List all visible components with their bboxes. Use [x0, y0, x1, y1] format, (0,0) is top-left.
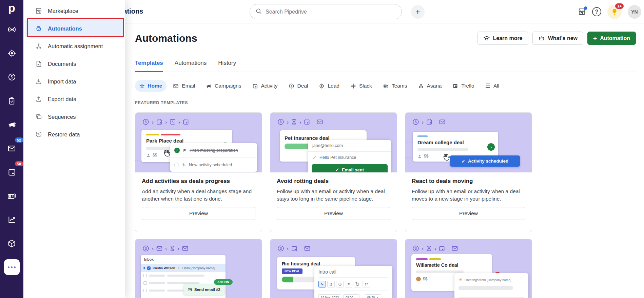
- flyout-item-label: Sequences: [48, 114, 76, 120]
- compose-subject-row: ☀ Greetings from [Company name]: [458, 277, 524, 282]
- template-thumbnail[interactable]: $ › Dream college deal: [405, 113, 532, 172]
- flyout-item-restore-data[interactable]: Restore data: [25, 126, 123, 143]
- new-automation-button[interactable]: + Automation: [587, 32, 636, 45]
- calendar-icon: [304, 118, 310, 125]
- activities-count-badge: 58: [15, 161, 23, 166]
- section-label: FEATURED TEMPLATES: [135, 100, 636, 105]
- broadcast-icon: [7, 25, 16, 34]
- filter-teams[interactable]: T Teams: [378, 80, 412, 92]
- calendar-icon: [438, 245, 445, 252]
- todo-circle-icon: [174, 163, 179, 167]
- sidebar-item-projects[interactable]: [4, 93, 20, 109]
- tab-history[interactable]: History: [218, 60, 236, 72]
- flyout-item-label: Automations: [48, 25, 82, 32]
- sidebar-item-mail[interactable]: 52: [4, 141, 20, 156]
- sidebar-item-campaigns[interactable]: [4, 117, 20, 132]
- search-icon: [255, 8, 262, 16]
- lunch-activity-icon: [363, 281, 370, 287]
- topbar-marketplace-button[interactable]: [578, 7, 586, 16]
- template-thumbnail[interactable]: $ › › Pet insurance deal: [270, 113, 397, 172]
- sidebar-item-activities[interactable]: 58: [4, 164, 20, 180]
- sun-icon: ☀: [458, 277, 462, 282]
- clear-icon: [376, 296, 379, 298]
- flyout-item-export-data[interactable]: Export data: [25, 90, 123, 108]
- megaphone-icon: [7, 120, 16, 129]
- assignment-branch-icon: [35, 42, 42, 50]
- template-thumbnail[interactable]: $ › › › Inbox ✓: [135, 239, 262, 298]
- search-input[interactable]: [266, 9, 396, 15]
- restore-clock-icon: [35, 131, 42, 138]
- whats-new-button[interactable]: What's new: [532, 32, 583, 45]
- star-icon: ☆: [139, 83, 144, 89]
- filter-all[interactable]: ☰ All: [481, 80, 504, 92]
- quick-add-button[interactable]: +: [411, 5, 425, 19]
- download-icon: [35, 78, 42, 85]
- filter-deal[interactable]: $ Deal: [284, 80, 313, 92]
- template-card: $ › › Willamette Co deal: [405, 239, 532, 298]
- phone-activity-icon: [318, 281, 326, 287]
- tab-templates[interactable]: Templates: [135, 60, 163, 72]
- hourglass-icon: [426, 245, 432, 252]
- trello-icon: [452, 83, 458, 89]
- flyout-item-documents[interactable]: Documents: [25, 55, 123, 73]
- global-search[interactable]: [250, 4, 402, 19]
- check-icon: ✓: [335, 167, 339, 172]
- flyout-item-automatic-assignment[interactable]: Automatic assignment: [25, 37, 123, 55]
- sidebar-item-leads[interactable]: [4, 45, 20, 61]
- svg-text:$: $: [291, 84, 292, 88]
- filter-activity[interactable]: Activity: [248, 80, 282, 92]
- phone-icon: [182, 163, 186, 167]
- flyout-item-sequences[interactable]: Sequences: [25, 108, 123, 126]
- learn-more-button[interactable]: Learn more: [477, 32, 528, 45]
- target-icon: [7, 49, 16, 58]
- automation-step-icons: $ › › ›: [142, 245, 189, 252]
- template-title: Add activities as deals progress: [142, 178, 255, 185]
- help-button[interactable]: ?: [592, 7, 601, 16]
- tab-automations[interactable]: Automations: [175, 60, 207, 72]
- template-card: $ › › Pet insurance deal: [270, 112, 397, 232]
- deal-icon: $: [412, 245, 419, 252]
- svg-text:$: $: [415, 120, 417, 124]
- hourglass-icon: [169, 245, 175, 252]
- filter-trello[interactable]: Trello: [448, 80, 479, 92]
- email-sent-status: ✓Email sent: [312, 164, 388, 172]
- sidebar-item-insights[interactable]: [4, 212, 20, 227]
- filter-asana[interactable]: Asana: [414, 80, 446, 92]
- filter-email[interactable]: Email: [169, 80, 199, 92]
- preview-button[interactable]: Preview: [277, 207, 390, 220]
- sidebar-more-button[interactable]: [4, 259, 20, 275]
- template-thumbnail[interactable]: $ › › › Park Place deal: [135, 113, 262, 172]
- activity-type-row: ↻: [318, 281, 388, 291]
- action-badge: ACTION: [214, 279, 233, 285]
- pencil-icon: [312, 155, 317, 160]
- mail-icon: [7, 144, 16, 153]
- filter-campaigns[interactable]: Campaigns: [201, 80, 246, 92]
- flyout-item-label: Import data: [48, 78, 76, 85]
- filter-slack[interactable]: Slack: [346, 80, 376, 92]
- preview-button[interactable]: Preview: [412, 207, 525, 220]
- suggestions-button[interactable]: 1+: [607, 5, 622, 19]
- dollar-circle-icon: $: [7, 73, 16, 81]
- sidebar-item-deals[interactable]: $: [4, 69, 20, 85]
- user-avatar[interactable]: YN: [628, 5, 641, 19]
- slack-icon: [350, 83, 356, 89]
- preview-button[interactable]: Preview: [142, 207, 255, 220]
- flyout-item-import-data[interactable]: Import data: [25, 73, 123, 90]
- flyout-item-automations[interactable]: Automations: [25, 20, 123, 37]
- template-thumbnail[interactable]: $ › Rio housing deal NEW DEAL: [270, 239, 397, 298]
- template-card: $ › Dream college deal: [405, 112, 532, 232]
- sidebar-item-contacts[interactable]: [4, 188, 20, 204]
- sidebar-item-products[interactable]: [4, 236, 20, 251]
- tab-bar: Templates Automations History: [135, 60, 636, 72]
- deadline-activity-icon: [336, 281, 344, 287]
- deal-icon: $: [412, 118, 419, 126]
- template-thumbnail[interactable]: $ › › Willamette Co deal: [405, 239, 532, 298]
- template-card: $ › Rio housing deal NEW DEAL: [270, 239, 397, 298]
- flyout-item-marketplace[interactable]: Marketplace: [25, 2, 123, 20]
- filter-home[interactable]: ☆ Home: [135, 80, 167, 92]
- svg-text:$: $: [415, 247, 417, 250]
- filter-lead[interactable]: Lead: [314, 80, 344, 92]
- pipedrive-logo: p: [8, 2, 15, 14]
- sidebar-item-prospecting[interactable]: [4, 22, 20, 37]
- date-time-row: 16 Nov, 2023 09:00 - 09:30: [318, 294, 388, 298]
